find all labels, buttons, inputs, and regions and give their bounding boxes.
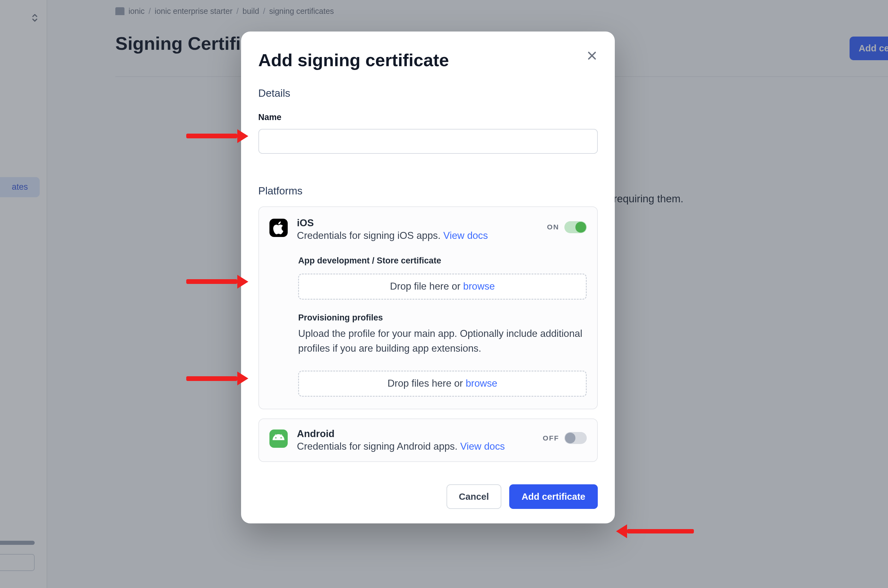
browse-link[interactable]: browse [466, 378, 498, 389]
name-input[interactable] [258, 129, 598, 154]
ios-toggle-label: ON [547, 223, 559, 231]
apple-icon [269, 219, 288, 237]
ios-view-docs-link[interactable]: View docs [443, 230, 488, 241]
android-icon [269, 429, 288, 448]
ios-cert-dropzone[interactable]: Drop file here or browse [298, 273, 586, 300]
ios-title: iOS [297, 218, 587, 229]
browse-link[interactable]: browse [463, 281, 495, 292]
ios-desc: Credentials for signing iOS apps. View d… [297, 230, 587, 242]
platform-ios-card: iOS Credentials for signing iOS apps. Vi… [258, 206, 598, 410]
platform-android-card: Android Credentials for signing Android … [258, 418, 598, 462]
android-toggle[interactable] [564, 432, 587, 444]
add-signing-certificate-modal: Add signing certificate Details Name Pla… [241, 32, 615, 524]
ios-provisioning-desc: Upload the profile for your main app. Op… [298, 327, 586, 356]
close-icon [587, 51, 597, 60]
add-certificate-submit-button[interactable]: Add certificate [509, 484, 598, 509]
ios-toggle[interactable] [564, 221, 587, 233]
ios-provisioning-label: Provisioning profiles [298, 313, 586, 322]
modal-title: Add signing certificate [258, 50, 598, 70]
ios-cert-label: App development / Store certificate [298, 256, 586, 266]
android-view-docs-link[interactable]: View docs [460, 441, 505, 452]
ios-provisioning-dropzone[interactable]: Drop files here or browse [298, 370, 586, 397]
cancel-button[interactable]: Cancel [447, 484, 501, 509]
section-details: Details [258, 87, 598, 99]
android-toggle-label: OFF [543, 434, 559, 442]
section-platforms: Platforms [258, 185, 598, 197]
name-label: Name [258, 112, 598, 122]
close-button[interactable] [583, 47, 600, 64]
